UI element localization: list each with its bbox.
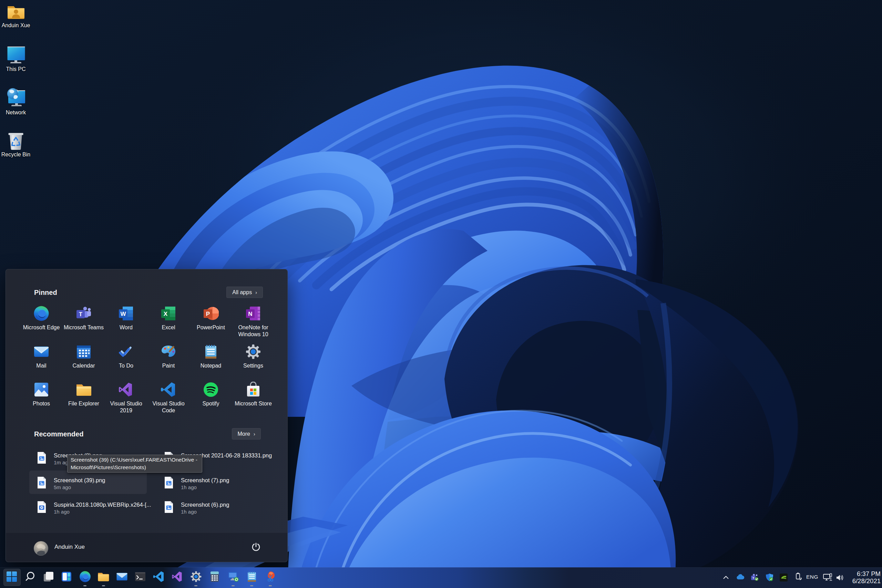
svg-text:W: W: [120, 311, 126, 317]
svg-text:X: X: [164, 311, 168, 317]
svg-text:T: T: [79, 311, 82, 317]
svg-text:N: N: [248, 311, 252, 317]
svg-text:T: T: [753, 576, 754, 580]
svg-text:P: P: [206, 311, 210, 317]
